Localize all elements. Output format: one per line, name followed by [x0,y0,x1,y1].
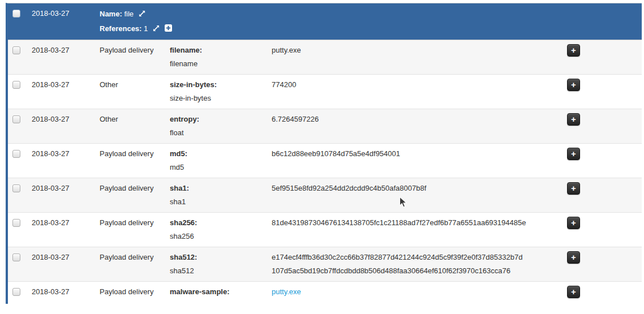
plus-square-icon[interactable] [165,22,172,36]
attribute-category: Payload delivery [100,216,170,243]
attribute-row: 2018-03-27 Payload delivery sha256: sha2… [8,212,642,247]
attribute-object-relation: md5 [170,161,272,174]
attribute-value: 774200 [272,78,526,105]
attribute-row: 2018-03-27 Other entropy: float 6.726459… [8,109,642,143]
add-attribute-button[interactable]: + [567,148,580,160]
attribute-date: 2018-03-27 [32,251,100,278]
attribute-row: 2018-03-27 Payload delivery md5: md5 b6c… [8,143,642,178]
expand-arrows-icon[interactable] [139,7,145,21]
attribute-row: 2018-03-27 Payload delivery malware-samp… [8,281,642,304]
attribute-category: Payload delivery [100,44,170,71]
row-checkbox[interactable] [12,115,20,123]
attribute-date: 2018-03-27 [32,78,100,105]
attribute-category: Payload delivery [100,147,170,174]
attribute-type-label: sha1: [170,182,272,195]
attribute-object-relation: sha512 [170,264,272,278]
attribute-date: 2018-03-27 [32,285,100,300]
attribute-value: b6c12d88eeb910784d75a5e4df954001 [272,147,526,174]
attribute-value: 5ef9515e8fd92a254dd2dcdd9c4b50afa8007b8f [272,182,526,209]
attributes-page: 2018-03-27 Name: file References: [0,0,644,314]
attribute-row: 2018-03-27 Payload delivery sha1: sha1 5… [8,178,642,212]
row-checkbox[interactable] [12,253,20,261]
object-attributes-table: 2018-03-27 Name: file References: [6,3,642,304]
attribute-category: Other [100,113,170,140]
attribute-value: e174ecf4fffb36d30c2cc66b37f82877d421244c… [272,251,526,278]
row-checkbox[interactable] [12,150,20,158]
row-checkbox[interactable] [12,46,20,54]
attribute-date: 2018-03-27 [32,216,100,243]
attribute-row: 2018-03-27 Payload delivery filename: fi… [8,40,642,74]
references-label: References: [100,24,141,33]
row-checkbox[interactable] [12,219,20,227]
attribute-object-relation: size-in-bytes [170,92,272,105]
object-checkbox[interactable] [12,10,20,18]
attribute-value: 6.7264597226 [272,113,526,140]
object-header-row: 2018-03-27 Name: file References: [8,3,642,40]
attribute-type-label: size-in-bytes: [170,78,272,92]
object-name-value: file [124,10,134,18]
add-attribute-button[interactable]: + [567,44,580,57]
row-checkbox[interactable] [12,81,20,89]
object-name-label: Name: [100,10,122,18]
add-attribute-button[interactable]: + [567,79,580,91]
attribute-type-label: sha512: [170,251,272,264]
attribute-date: 2018-03-27 [32,113,100,140]
attribute-type-label: malware-sample: [170,285,272,299]
attribute-date: 2018-03-27 [32,182,100,209]
references-count: 1 [144,24,148,33]
attribute-value: putty.exe [272,44,526,71]
attribute-type-label: filename: [170,44,272,57]
object-name-line: Name: file [100,7,642,21]
attribute-date: 2018-03-27 [32,44,100,71]
attribute-object-relation: filename [170,57,272,71]
expand-arrows-icon[interactable] [153,22,160,36]
attribute-row: 2018-03-27 Other size-in-bytes: size-in-… [8,74,642,109]
add-attribute-button[interactable]: + [567,251,580,264]
attribute-type-label: entropy: [170,113,272,126]
attribute-object-relation: sha256 [170,230,272,243]
malware-sample-link[interactable]: putty.exe [272,287,301,296]
add-attribute-button[interactable]: + [567,217,580,229]
row-checkbox[interactable] [12,288,20,296]
attribute-type-label: sha256: [170,216,272,230]
object-date: 2018-03-27 [32,7,100,36]
attribute-category: Other [100,78,170,105]
attribute-object-relation: float [170,126,272,140]
object-references-line: References: 1 [100,21,642,36]
add-attribute-button[interactable]: + [567,113,580,126]
attribute-type-label: md5: [170,147,272,161]
attribute-object-relation: sha1 [170,195,272,209]
attribute-category: Payload delivery [100,285,170,300]
row-checkbox[interactable] [12,184,20,192]
attribute-date: 2018-03-27 [32,147,100,174]
add-attribute-button[interactable]: + [567,286,580,298]
attribute-category: Payload delivery [100,251,170,278]
attribute-row: 2018-03-27 Payload delivery sha512: sha5… [8,247,642,281]
attribute-category: Payload delivery [100,182,170,209]
add-attribute-button[interactable]: + [567,182,580,195]
attribute-value: 81de431987304676134138705fc1c21188ad7f27… [272,216,526,243]
